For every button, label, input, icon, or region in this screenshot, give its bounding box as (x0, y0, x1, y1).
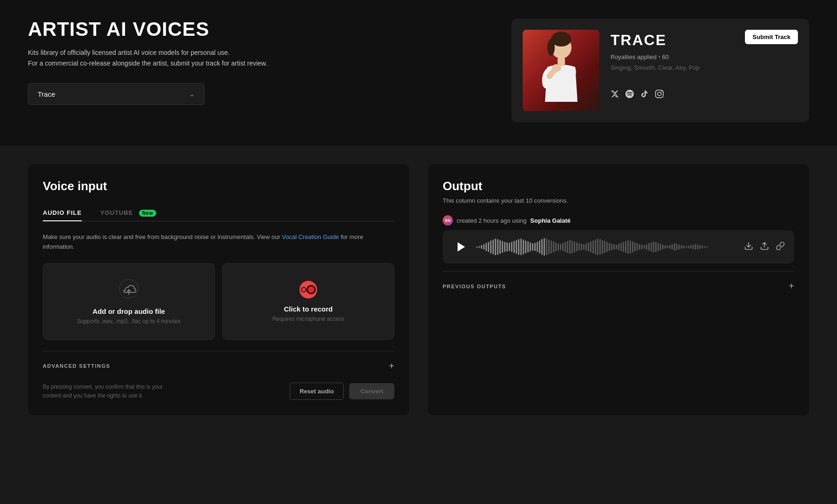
waveform-bar (606, 242, 608, 252)
export-icon[interactable] (760, 241, 769, 253)
waveform-bar (581, 244, 582, 250)
waveform-bar (646, 244, 647, 250)
waveform-bar (618, 244, 619, 250)
waveform-bar (546, 239, 547, 255)
hero-title: ARTIST AI VOICES (28, 19, 267, 40)
advanced-settings-toggle[interactable]: ADVANCED SETTINGS + (43, 351, 394, 371)
waveform-bar (565, 242, 566, 252)
waveform-bar (590, 241, 591, 252)
waveform-bar (483, 244, 485, 250)
waveform-bar (551, 240, 552, 253)
waveform-bar (641, 245, 643, 249)
record-zone[interactable]: Click to record Requires microphone acce… (222, 263, 394, 340)
waveform-bar (609, 243, 610, 251)
play-icon (458, 242, 465, 252)
expand-icon: + (389, 361, 394, 371)
waveform-bar (525, 240, 526, 253)
waveform-bar (655, 242, 657, 252)
waveform-bar (664, 245, 666, 249)
waveform-bar (541, 239, 543, 255)
waveform-bar (520, 239, 522, 255)
waveform-bar (553, 241, 554, 252)
tab-youtube[interactable]: YOUTUBE New (100, 205, 157, 221)
tab-description: Make sure your audio is clear and free f… (43, 232, 394, 252)
waveform-bar (492, 239, 494, 254)
youtube-new-badge: New (139, 210, 157, 217)
waveform-bar (504, 242, 505, 252)
waveform-bar (485, 243, 487, 251)
waveform-bar (534, 243, 536, 251)
spotify-icon[interactable] (625, 90, 634, 100)
waveform-bar (530, 242, 531, 252)
record-zone-subtitle: Requires microphone access (272, 316, 345, 322)
voice-input-panel: Voice input AUDIO FILE YOUTUBE New Make … (28, 164, 409, 415)
waveform-bar (567, 241, 568, 253)
waveform-bar (616, 245, 617, 249)
waveform-bar (544, 238, 545, 256)
tabs: AUDIO FILE YOUTUBE New (43, 205, 394, 221)
expand-previous-icon: + (789, 281, 794, 292)
waveform-bar (623, 242, 624, 252)
waveform-bar (506, 242, 508, 252)
waveform-bar (676, 244, 678, 250)
waveform (476, 238, 737, 256)
waveform-bar (648, 243, 650, 251)
waveform-bar (651, 242, 652, 252)
waveform-bar (548, 239, 550, 254)
twitter-icon[interactable] (611, 90, 619, 100)
waveform-bar (620, 243, 622, 251)
waveform-bar (562, 243, 564, 251)
waveform-bar (674, 243, 675, 251)
advanced-settings-label: ADVANCED SETTINGS (43, 363, 110, 369)
waveform-bar (516, 240, 517, 254)
link-icon[interactable] (776, 241, 785, 253)
convert-button[interactable]: Convert (349, 383, 394, 399)
waveform-bar (502, 241, 503, 253)
tab-audio-file[interactable]: AUDIO FILE (43, 205, 82, 221)
waveform-bar (690, 245, 691, 249)
top-section: ARTIST AI VOICES Kits library of officia… (0, 0, 837, 146)
waveform-bar (478, 246, 480, 248)
download-icon[interactable] (744, 241, 753, 253)
waveform-bar (632, 241, 633, 252)
social-icons (611, 90, 798, 100)
svg-rect-4 (558, 57, 565, 66)
waveform-bar (678, 245, 680, 249)
output-panel: Output This column contains your last 10… (428, 164, 809, 415)
upload-zone-title: Add or drop audio file (93, 307, 165, 315)
waveform-bar (509, 243, 510, 251)
waveform-bar (490, 240, 492, 253)
artist-dropdown[interactable]: Trace ⌄ (28, 83, 205, 105)
tiktok-icon[interactable] (640, 90, 649, 100)
waveform-bar (613, 244, 615, 250)
waveform-bar (667, 245, 668, 248)
output-title: Output (443, 179, 794, 193)
previous-outputs-toggle[interactable]: PREVIOUS OUTPUTS + (443, 271, 794, 292)
waveform-bar (669, 245, 671, 249)
waveform-bar (583, 244, 585, 250)
play-button[interactable] (452, 239, 469, 255)
waveform-bar (702, 245, 703, 248)
waveform-bar (704, 246, 705, 248)
svg-point-2 (547, 39, 555, 56)
reset-audio-button[interactable]: Reset audio (290, 383, 344, 400)
voice-input-title: Voice input (43, 179, 394, 193)
waveform-bar (574, 241, 575, 252)
waveform-bar (706, 246, 708, 248)
waveform-bar (602, 240, 603, 254)
waveform-bar (513, 241, 515, 253)
upload-file-zone[interactable]: Add or drop audio file Supports .wav, .m… (43, 263, 215, 340)
footer-buttons: Reset audio Convert (290, 383, 394, 400)
waveform-bar (588, 242, 589, 252)
chevron-down-icon: ⌄ (189, 90, 195, 98)
waveform-bar (630, 240, 631, 253)
instagram-icon[interactable] (655, 90, 664, 100)
footer-disclaimer: By pressing convert, you confirm that th… (43, 383, 173, 400)
submit-track-button[interactable]: Submit Track (745, 30, 798, 44)
upload-zone-subtitle: Supports .wav, .mp3, .flac up to 4 minut… (77, 318, 181, 325)
waveform-bar (569, 240, 571, 254)
vocal-guide-link[interactable]: Vocal Creation Guide (282, 233, 339, 240)
waveform-bar (683, 245, 684, 248)
artist-tags: Singing, Smooth, Clear, Airy, Pop (611, 64, 798, 71)
output-description: This column contains your last 10 conver… (443, 197, 794, 204)
